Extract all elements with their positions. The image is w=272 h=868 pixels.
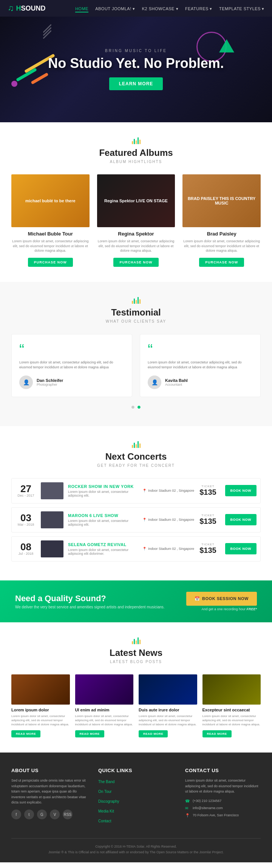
testimonial-author-1: 👤 Dan Schleifer Photographer: [19, 376, 124, 389]
venue-pin-icon-1: 📍: [142, 489, 147, 492]
album-card-michael: michael bublé to be there Michael Buble …: [11, 174, 90, 267]
decorative-orange-bar: [31, 72, 48, 85]
hero-subtitle: BRING MUSIC TO LIFE: [48, 49, 224, 53]
album-name-michael: Michael Buble Tour: [11, 231, 90, 237]
concert-row-3: 08 Jul - 2018 SELENA GOMETZ REVIVAL Lore…: [11, 536, 261, 562]
concert-month-2: Mar - 2018: [15, 523, 36, 526]
news-read-more-2[interactable]: READ MORE: [75, 730, 104, 737]
album-name-brad: Brad Paisley: [182, 231, 261, 237]
cta-banner: Need a Quality Sound? We deliver the ver…: [0, 580, 272, 622]
concert-img-1: [41, 482, 63, 499]
book-button-3[interactable]: BOOK NOW: [225, 543, 257, 554]
hero-learn-more-button[interactable]: LEARN MORE: [109, 77, 163, 90]
concert-month-3: Jul - 2018: [15, 552, 36, 556]
news-read-more-4[interactable]: READ MORE: [202, 730, 232, 737]
album-card-brad: BRAD PAISLEY THIS IS COUNTRY MUSIC Brad …: [182, 174, 261, 267]
footer-phone: ☎ (+30) 210 1234567: [185, 799, 261, 803]
concert-ticket-1: TICKET $135: [195, 485, 221, 497]
news-post-desc-2: Lorem ipsum dolor sit amet, consectetur …: [75, 714, 134, 727]
author-name-2: Kavita Bahl: [165, 378, 188, 383]
news-read-more-3[interactable]: READ MORE: [139, 730, 168, 737]
footer-grid: ABOUT US Sed ut perspiciatis unde omnis …: [11, 768, 261, 827]
footer-contact-col: CONTACT US Lorem ipsum dolor sit amet, c…: [185, 768, 261, 827]
social-rss[interactable]: RSS: [63, 810, 73, 819]
news-card-1: Lorem ipsum dolor Lorem ipsum dolor sit …: [11, 674, 70, 738]
concert-ticket-3: TICKET $135: [195, 543, 221, 555]
album-name-regina: Regina Spektor: [97, 231, 175, 237]
book-button-1[interactable]: BOOK NOW: [225, 485, 257, 496]
concert-ticket-2: TICKET $135: [195, 514, 221, 526]
concert-name-1: ROCKER SHOW IN NEW YORK: [68, 484, 142, 489]
concerts-title: Next Concerts: [11, 451, 261, 462]
album-purchase-michael[interactable]: PURCHASE NOW: [28, 258, 73, 267]
nav-menu: HOME ABOUT JOOMLA! ▾ K2 SHOWCASE ▾ FEATU…: [75, 5, 264, 12]
footer-address: 📍 70 Folsom Ave, San Francisco: [185, 813, 261, 817]
cta-title: Need a Quality Sound?: [15, 594, 165, 603]
testimonial-subtitle: WHAT OUR CLIENTS SAY: [11, 319, 261, 323]
nav-item-features[interactable]: FEATURES ▾: [185, 5, 212, 12]
social-facebook[interactable]: f: [11, 810, 21, 819]
footer-about-text: Sed ut perspiciatis unde omnis iste natu…: [11, 778, 87, 805]
navbar: ♫ HSOUND HOME ABOUT JOOMLA! ▾ K2 SHOWCAS…: [0, 0, 272, 17]
calendar-icon: 📅: [195, 596, 200, 601]
footer-contact-text: Lorem ipsum dolor sit amet, consectetur …: [185, 778, 261, 794]
album-purchase-brad[interactable]: PURCHASE NOW: [199, 258, 244, 267]
news-read-more-1[interactable]: READ MORE: [11, 730, 40, 737]
concert-month-1: Dec - 2017: [15, 494, 36, 497]
testimonial-dots: ● ●: [11, 403, 261, 411]
decorative-dot: [11, 81, 17, 87]
featured-albums-subtitle: ALBUM HIGHTLIGHTS: [11, 160, 261, 164]
footer-about-col: ABOUT US Sed ut perspiciatis unde omnis …: [11, 768, 87, 827]
news-image-4: [202, 674, 261, 705]
hero-section: BRING MUSIC TO LIFE No Studio Yet. No Pr…: [0, 17, 272, 122]
footer-links-list: The Band On Tour Discography Media Kit C…: [98, 778, 174, 824]
testimonial-section: Testimonial WHAT OUR CLIENTS SAY Lorem i…: [0, 282, 272, 426]
social-twitter[interactable]: t: [24, 810, 34, 819]
footer-link-band[interactable]: The Band: [98, 778, 174, 785]
news-post-desc-1: Lorem ipsum dolor sit amet, consectetur …: [11, 714, 70, 727]
footer-link-tour[interactable]: On Tour: [98, 788, 174, 794]
avatar-2: 👤: [148, 376, 161, 389]
news-card-3: Duis aute irure dolor Lorem ipsum dolor …: [139, 674, 197, 738]
concert-day-1: 27: [15, 484, 36, 494]
news-card-4: Excepteur sint occaecat Lorem ipsum dolo…: [202, 674, 261, 738]
nav-item-about[interactable]: ABOUT JOOMLA! ▾: [95, 5, 135, 12]
footer-links-col: QUICK LINKS The Band On Tour Discography…: [98, 768, 174, 827]
featured-albums-title: Featured Albums: [11, 148, 261, 158]
concert-venue-3: 📍 Indoor Stadium 02 , Singapore: [142, 547, 195, 551]
concert-desc-2: Lorem ipsum dolor sit amet, consectetur …: [68, 519, 142, 526]
news-post-desc-4: Lorem ipsum dolor sit amet, consectetur …: [202, 714, 261, 727]
footer-link-media[interactable]: Media Kit: [98, 807, 174, 814]
nav-item-k2[interactable]: K2 SHOWCASE ▾: [142, 5, 178, 12]
news-image-3: [139, 674, 197, 705]
nav-item-home[interactable]: HOME: [75, 5, 88, 12]
decorative-lines: [42, 28, 53, 35]
album-purchase-regina[interactable]: PURCHASE NOW: [113, 258, 158, 267]
footer-bottom: Copyright © 2016 H-TEMA Solar. All Right…: [11, 838, 261, 855]
book-button-2[interactable]: BOOK NOW: [225, 514, 257, 525]
ticket-price-2: $135: [195, 517, 221, 526]
testimonial-text-2: Lorem ipsum dolor sit amet, consectetur …: [148, 360, 253, 370]
news-title: Latest News: [11, 648, 261, 658]
concert-img-3: [41, 540, 63, 557]
footer-credit: Joomla! ® & This is Official and is not …: [11, 850, 261, 855]
logo: ♫ HSOUND: [8, 3, 75, 13]
footer-link-contact[interactable]: Contact: [98, 817, 174, 824]
hero-content: BRING MUSIC TO LIFE No Studio Yet. No Pr…: [48, 49, 224, 91]
cta-book-button[interactable]: 📅 BOOK SESSION NOW: [186, 592, 257, 606]
news-post-title-2: Ul enim ad minim: [75, 708, 134, 712]
social-google[interactable]: G: [37, 810, 47, 819]
concert-info-2: MAROON 6 LIVE SHOW Lorem ipsum dolor sit…: [68, 513, 142, 526]
nav-item-template[interactable]: TEMPLATE STYLES ▾: [219, 5, 264, 12]
author-name-1: Dan Schleifer: [37, 378, 63, 383]
ticket-label-2: TICKET: [195, 514, 221, 517]
testimonial-card-1: Lorem ipsum dolor sit amet, consectetur …: [11, 334, 132, 397]
cta-note: And get a one recording hour FREE*: [201, 607, 257, 611]
testimonial-title: Testimonial: [11, 307, 261, 318]
news-image-1: [11, 674, 70, 705]
testimonial-author-2: 👤 Kavita Bahl Accountant: [148, 376, 253, 389]
testimonial-text-1: Lorem ipsum dolor sit amet, consectetur …: [19, 360, 124, 370]
footer-link-discography[interactable]: Discography: [98, 797, 174, 804]
avatar-1: 👤: [19, 376, 33, 389]
social-vimeo[interactable]: V: [50, 810, 60, 819]
